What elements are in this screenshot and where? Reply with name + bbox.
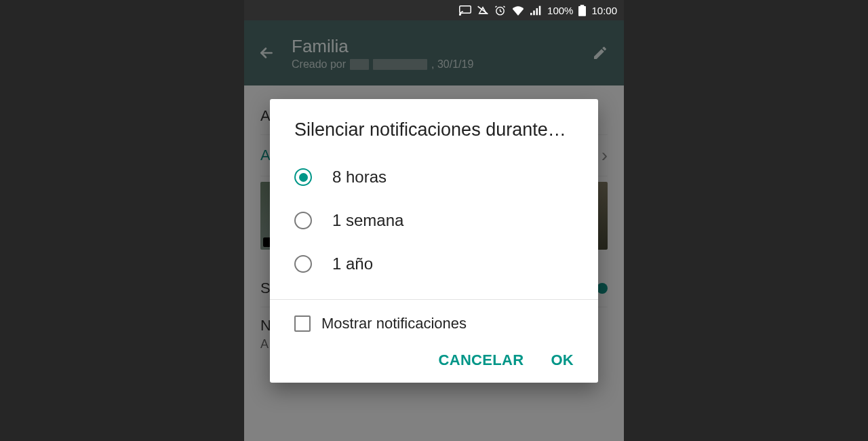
show-notifications-row[interactable]: Mostrar notificaciones: [270, 300, 598, 338]
cancel-button[interactable]: CANCELAR: [439, 351, 524, 369]
battery-percent: 100%: [547, 5, 573, 16]
signal-icon: [530, 5, 542, 16]
ok-button[interactable]: OK: [551, 351, 574, 369]
mute-options: 8 horas 1 semana 1 año: [270, 149, 598, 299]
radio-icon: [294, 168, 312, 186]
option-label: 8 horas: [332, 168, 387, 187]
option-label: 1 año: [332, 254, 373, 273]
dialog-title: Silenciar notificaciones durante…: [270, 99, 598, 149]
clock-time: 10:00: [591, 5, 617, 16]
svg-point-1: [460, 14, 461, 15]
phone-frame: 100% 10:00 Familia Creado por , 30/1/19: [244, 0, 624, 441]
option-8-hours[interactable]: 8 horas: [270, 155, 598, 199]
radio-icon: [294, 255, 312, 273]
svg-rect-6: [536, 8, 538, 15]
dialog-actions: CANCELAR OK: [270, 338, 598, 375]
option-1-year[interactable]: 1 año: [270, 242, 598, 286]
status-bar: 100% 10:00: [244, 0, 624, 20]
checkbox-label: Mostrar notificaciones: [321, 315, 467, 332]
mute-dialog: Silenciar notificaciones durante… 8 hora…: [270, 99, 598, 383]
option-label: 1 semana: [332, 211, 403, 230]
radio-icon: [294, 212, 312, 229]
svg-rect-4: [530, 12, 532, 14]
svg-rect-5: [533, 10, 535, 15]
wifi-icon: [511, 5, 525, 16]
vibrate-icon: [477, 5, 489, 16]
battery-icon: [578, 5, 586, 16]
option-1-week[interactable]: 1 semana: [270, 199, 598, 242]
checkbox-icon: [294, 315, 311, 332]
cast-icon: [459, 5, 471, 16]
svg-rect-8: [578, 6, 586, 16]
svg-rect-7: [539, 5, 541, 15]
alarm-icon: [494, 5, 506, 16]
svg-rect-9: [580, 5, 585, 6]
